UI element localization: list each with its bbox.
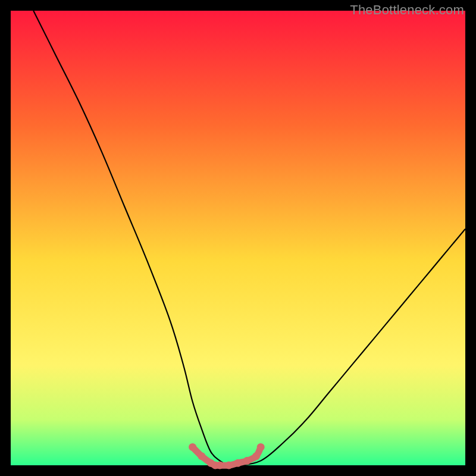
chart-frame: TheBottleneck.com <box>0 0 476 476</box>
marker-dot <box>257 443 265 451</box>
marker-dot <box>243 457 251 465</box>
marker-dot <box>198 452 205 460</box>
marker-dot <box>234 459 242 467</box>
marker-dot <box>252 452 260 460</box>
plot-background <box>11 11 465 465</box>
chart-svg <box>0 0 476 476</box>
marker-dot <box>189 443 196 451</box>
watermark-text: TheBottleneck.com <box>350 2 464 18</box>
marker-dot <box>216 462 224 469</box>
marker-dot <box>225 462 233 469</box>
